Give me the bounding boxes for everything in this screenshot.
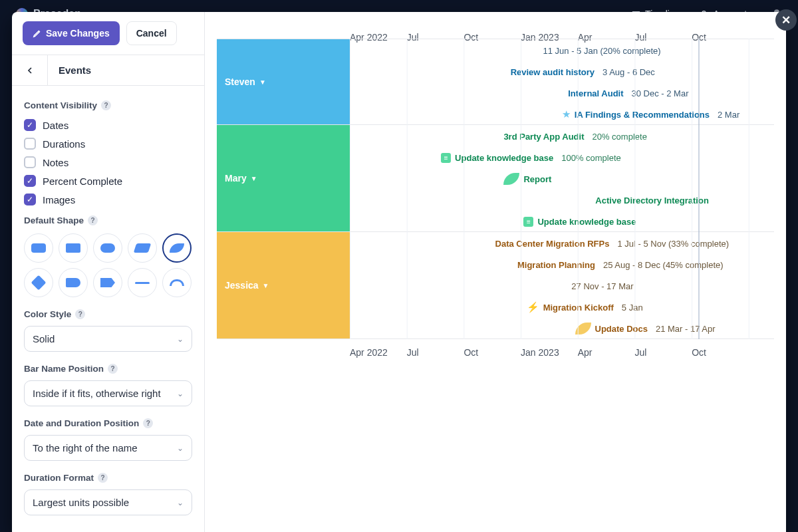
- checkbox-icon: [24, 156, 36, 168]
- color-style-label: Color Style ?: [24, 309, 192, 319]
- visibility-checkbox[interactable]: Notes: [24, 153, 192, 172]
- shape-option[interactable]: [93, 233, 122, 263]
- shape-option[interactable]: [24, 268, 53, 297]
- help-icon[interactable]: ?: [101, 100, 111, 110]
- shape-preview-icon: [100, 243, 115, 253]
- checkbox-label: Images: [43, 194, 75, 205]
- help-icon[interactable]: ?: [75, 309, 85, 319]
- color-style-select[interactable]: Solid⌄: [24, 326, 192, 352]
- shape-option[interactable]: [93, 268, 122, 297]
- chevron-down-icon: ⌄: [177, 444, 184, 453]
- visibility-checkbox[interactable]: ✓Percent Complete: [24, 172, 192, 190]
- checkbox-label: Percent Complete: [43, 176, 122, 187]
- chevron-down-icon: ▼: [259, 78, 266, 86]
- shape-option[interactable]: [59, 268, 88, 297]
- duration-format-label: Duration Format ?: [24, 473, 192, 483]
- checkbox-icon: [24, 138, 36, 150]
- lane-name: Steven: [225, 76, 255, 87]
- lane-name: Jessica: [225, 280, 259, 291]
- bar-name-position-label: Bar Name Position ?: [24, 364, 192, 374]
- shape-preview-icon: [170, 243, 184, 253]
- chevron-left-icon: [25, 65, 35, 76]
- chevron-down-icon: ⌄: [177, 389, 184, 398]
- shape-option[interactable]: [162, 233, 192, 263]
- chevron-down-icon: ▼: [251, 175, 257, 182]
- axis-tick: Apr 2022: [350, 347, 407, 358]
- help-icon[interactable]: ?: [108, 364, 118, 374]
- shape-preview-icon: [66, 243, 80, 253]
- axis-tick: Apr: [578, 347, 635, 358]
- checkbox-icon: ✓: [24, 194, 36, 205]
- shape-preview-icon: [170, 279, 184, 286]
- help-icon[interactable]: ?: [88, 215, 98, 225]
- chevron-down-icon: ⌄: [177, 334, 184, 344]
- shape-preview-icon: [31, 275, 47, 291]
- help-icon[interactable]: ?: [143, 418, 153, 428]
- today-marker: [698, 39, 700, 339]
- visibility-checkbox[interactable]: ✓Dates: [24, 116, 192, 134]
- visibility-checkbox[interactable]: ✓Images: [24, 190, 192, 209]
- grid-lines: [350, 39, 774, 339]
- shape-option[interactable]: [162, 268, 192, 297]
- lane-header[interactable]: Mary▼: [217, 125, 350, 231]
- chevron-down-icon: ⌄: [177, 498, 184, 507]
- date-duration-position-select[interactable]: To the right of the name⌄: [24, 435, 192, 461]
- checkbox-icon: ✓: [24, 119, 36, 131]
- shape-option[interactable]: [24, 233, 53, 263]
- checkbox-label: Durations: [43, 138, 85, 150]
- pencil-icon: [33, 29, 42, 38]
- date-duration-position-label: Date and Duration Position ?: [24, 418, 192, 428]
- shape-option[interactable]: [59, 233, 88, 263]
- shape-preview-icon: [134, 243, 152, 253]
- axis-tick: Oct: [464, 347, 521, 358]
- shape-option[interactable]: [128, 268, 157, 297]
- shape-preview-icon: [66, 278, 80, 287]
- lane-header[interactable]: Jessica▼: [217, 232, 350, 338]
- axis-tick: Jul: [407, 347, 464, 358]
- shape-preview-icon: [31, 243, 46, 253]
- content-visibility-label: Content Visibility ?: [24, 100, 192, 110]
- default-shape-label: Default Shape ?: [24, 215, 192, 225]
- axis-tick: Jul: [634, 347, 692, 358]
- cancel-button[interactable]: Cancel: [126, 21, 177, 45]
- shape-preview-icon: [135, 282, 150, 284]
- checkbox-label: Notes: [43, 157, 68, 168]
- axis-tick: Jan 2023: [521, 347, 578, 358]
- save-button[interactable]: Save Changes: [23, 21, 120, 45]
- help-icon[interactable]: ?: [98, 473, 108, 483]
- visibility-checkbox[interactable]: Durations: [24, 134, 192, 153]
- shape-preview-icon: [100, 278, 115, 287]
- checkbox-icon: ✓: [24, 175, 36, 187]
- close-modal-button[interactable]: ✕: [775, 9, 797, 31]
- lane-header[interactable]: Steven▼: [217, 39, 350, 124]
- chevron-down-icon: ▼: [263, 282, 269, 289]
- lane-name: Mary: [225, 173, 247, 184]
- axis-tick: Oct: [692, 347, 749, 358]
- shape-option[interactable]: [128, 233, 157, 263]
- panel-title: Events: [48, 55, 102, 85]
- back-button[interactable]: [12, 55, 48, 85]
- checkbox-label: Dates: [43, 120, 68, 131]
- duration-format-select[interactable]: Largest units possible⌄: [24, 489, 192, 515]
- bar-name-position-select[interactable]: Inside if it fits, otherwise right⌄: [24, 380, 192, 406]
